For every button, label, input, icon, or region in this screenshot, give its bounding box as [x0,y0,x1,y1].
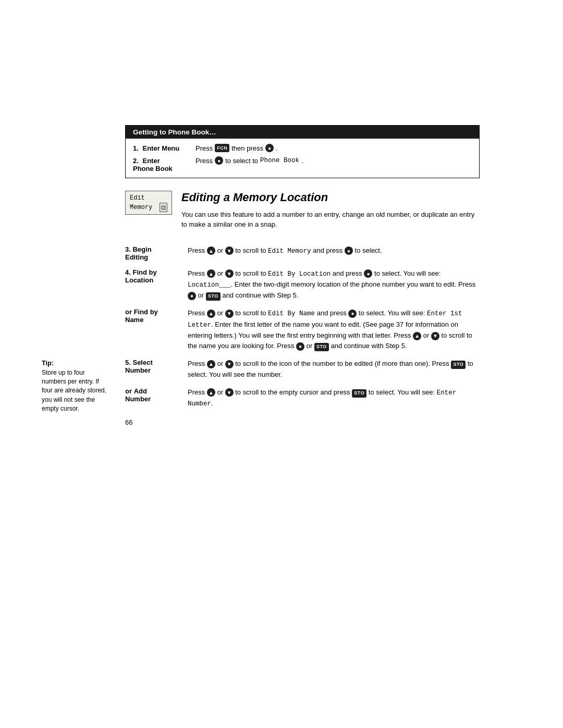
getting-box-header: Getting to Phone Book… [126,126,479,139]
step-3-desc: Press ▲ or ▼ to scroll to Edit Memory an… [188,245,480,256]
up-icon-name: ▲ [207,310,215,318]
screen-line2-row: Memory ⊡ [130,203,167,213]
step-add-number-row: or AddNumber Press ▲ or ▼ to scroll to t… [125,387,480,410]
getting-step-1-label: 1. Enter Menu [133,144,195,152]
step-4-row: 4. Find byLocation Press ▲ or ▼ to scrol… [125,268,480,301]
tip-label: Tip: [42,359,109,368]
down-icon-add: ▼ [225,388,234,397]
phonebook-code: Phone Book [260,157,299,164]
getting-step-1: 1. Enter Menu Press FCN then press ●. [133,144,472,152]
select-icon-4b: ● [188,292,196,300]
edit-by-loc-code: Edit By Location [268,270,331,278]
screen-icon-wrapper: Edit Memory ⊡ [125,191,172,215]
step-5-label: 5. SelectNumber [125,359,188,374]
page-number: 66 [125,418,480,426]
step-5-wrapper: Tip: Store up to four numbers per entry.… [125,359,480,409]
tip-text: Store up to four numbers per entry. If f… [42,368,109,414]
getting-step-2: 2. EnterPhone Book Press ● to select to … [133,156,472,172]
content-area: Getting to Phone Book… 1. Enter Menu Pre… [125,125,480,426]
edit-by-name-code: Edit By Name [268,310,315,317]
section-title: Editing a Memory Location [181,191,480,204]
down-icon-5: ▼ [225,360,234,368]
step-add-number-label: or AddNumber [125,387,188,403]
down-icon-4: ▼ [225,269,234,278]
up-icon: ▲ [207,246,215,255]
step-3-label: 3. BeginEditing [125,245,188,261]
sto-icon-5: STO [451,361,466,369]
select-icon-name: ● [348,310,357,318]
select-icon: ● [345,246,353,255]
screen-line2: Memory [130,203,152,212]
page: Getting to Phone Book… 1. Enter Menu Pre… [0,0,563,728]
getting-to-phonebook-box: Getting to Phone Book… 1. Enter Menu Pre… [125,125,480,178]
sto-icon-add: STO [352,389,366,398]
down-icon-name: ▼ [225,310,234,318]
select-icon-4: ● [364,269,372,278]
step-5-row: 5. SelectNumber Press ▲ or ▼ to scroll t… [125,359,480,379]
down-icon-name2: ▼ [431,332,439,340]
step-4-desc: Press ▲ or ▼ to scroll to Edit By Locati… [188,268,480,301]
location-code: Location___ [188,281,231,289]
sto-icon-name: STO [314,343,329,351]
down-icon: ▼ [225,246,234,255]
nav-circle-icon-2: ● [215,156,223,165]
edit-memory-code: Edit Memory [268,248,311,255]
getting-step-2-label: 2. EnterPhone Book [133,157,195,172]
getting-box-content: 1. Enter Menu Press FCN then press ●. 2.… [126,139,479,178]
fcn-button-icon: FCN [215,144,229,152]
step-3-row: 3. BeginEditing Press ▲ or ▼ to scroll t… [125,245,480,261]
getting-step-1-desc: Press FCN then press ●. [195,144,278,152]
getting-step-2-desc: Press ● to select to Phone Book. [195,156,303,165]
screen-icon-symbol: ⊡ [160,203,167,213]
screen-box: Edit Memory ⊡ [125,191,172,215]
up-icon-add: ▲ [207,388,215,397]
step-add-number-desc: Press ▲ or ▼ to scroll to the empty curs… [188,387,480,410]
screen-line1: Edit [130,193,167,203]
up-icon-4: ▲ [207,269,215,278]
step-find-by-name-label: or Find byName [125,308,188,324]
sto-icon-4: STO [206,292,221,301]
title-row: Edit Memory ⊡ Editing a Memory Location … [125,191,480,239]
up-icon-name2: ▲ [413,332,421,340]
section-title-wrapper: Editing a Memory Location You can use th… [181,191,480,239]
step-4-label: 4. Find byLocation [125,268,188,284]
step-find-by-name-desc: Press ▲ or ▼ to scroll to Edit By Name a… [188,308,480,351]
section-intro: You can use this feature to add a number… [181,209,480,230]
select-icon-name2: ● [296,342,304,351]
nav-circle-icon: ● [265,144,274,152]
tip-box: Tip: Store up to four numbers per entry.… [42,359,109,413]
up-icon-5: ▲ [207,360,215,368]
step-5-desc: Press ▲ or ▼ to scroll to the icon of th… [188,359,480,379]
step-find-by-name-row: or Find byName Press ▲ or ▼ to scroll to… [125,308,480,351]
